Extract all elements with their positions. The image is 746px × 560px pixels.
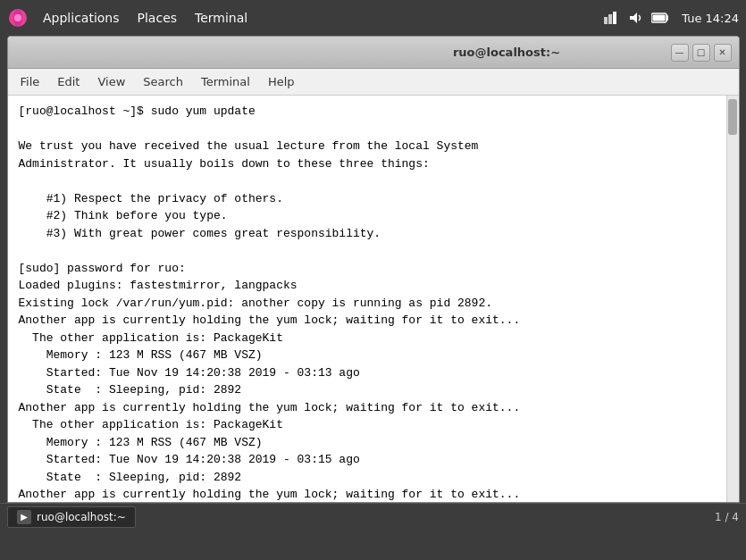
maximize-button[interactable]: □ xyxy=(692,44,710,62)
terminal-menu[interactable]: Terminal xyxy=(186,5,256,30)
page-indicator: 1 / 4 xyxy=(715,511,739,523)
applications-menu[interactable]: Applications xyxy=(34,5,129,30)
terminal-tab-label: ruo@localhost:~ xyxy=(37,511,126,523)
title-bar: ruo@localhost:~ — □ ✕ xyxy=(8,37,739,69)
menu-edit[interactable]: Edit xyxy=(48,71,88,92)
sys-bar-left: Applications Places Terminal xyxy=(7,5,256,30)
battery-icon xyxy=(651,9,669,27)
svg-rect-3 xyxy=(604,17,608,24)
network-icon xyxy=(601,9,619,27)
close-button[interactable]: ✕ xyxy=(714,44,732,62)
volume-icon xyxy=(626,9,644,27)
terminal-tab-icon: ▶ xyxy=(17,510,31,524)
scrollbar-thumb[interactable] xyxy=(728,99,737,135)
svg-point-2 xyxy=(14,14,21,21)
status-bar: ▶ ruo@localhost:~ 1 / 4 xyxy=(0,503,746,530)
scrollbar[interactable] xyxy=(726,96,739,502)
window-controls: — □ ✕ xyxy=(671,44,732,62)
window-title: ruo@localhost:~ xyxy=(343,46,671,59)
terminal-content-wrapper: [ruo@localhost ~]$ sudo yum update We tr… xyxy=(8,96,739,502)
svg-rect-8 xyxy=(666,15,668,21)
terminal-output[interactable]: [ruo@localhost ~]$ sudo yum update We tr… xyxy=(8,96,726,502)
minimize-button[interactable]: — xyxy=(671,44,689,62)
terminal-window: ruo@localhost:~ — □ ✕ File Edit View Sea… xyxy=(7,36,740,503)
menu-file[interactable]: File xyxy=(12,71,49,92)
svg-marker-6 xyxy=(630,13,637,23)
menu-bar: File Edit View Search Terminal Help xyxy=(8,69,739,96)
menu-help[interactable]: Help xyxy=(259,71,304,92)
svg-rect-5 xyxy=(613,12,616,24)
places-menu[interactable]: Places xyxy=(129,5,187,30)
sys-bar-right: Tue 14:24 xyxy=(601,9,739,27)
menu-terminal[interactable]: Terminal xyxy=(192,71,259,92)
terminal-tab[interactable]: ▶ ruo@localhost:~ xyxy=(7,506,136,528)
menu-view[interactable]: View xyxy=(88,71,134,92)
system-bar: Applications Places Terminal xyxy=(0,0,746,36)
applications-icon xyxy=(7,7,29,29)
menu-search[interactable]: Search xyxy=(134,71,192,92)
system-time: Tue 14:24 xyxy=(682,12,739,25)
svg-rect-9 xyxy=(653,15,666,21)
svg-rect-4 xyxy=(608,14,612,24)
